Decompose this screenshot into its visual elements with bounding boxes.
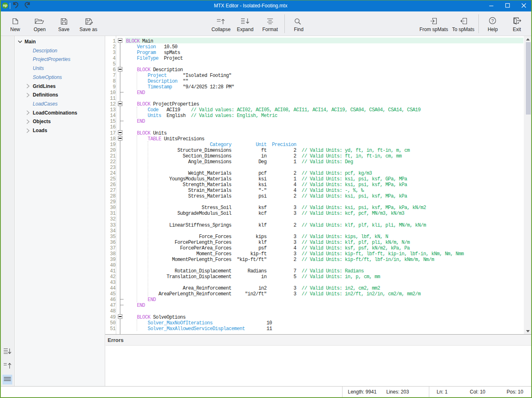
svg-text:?: ? [491, 18, 494, 23]
